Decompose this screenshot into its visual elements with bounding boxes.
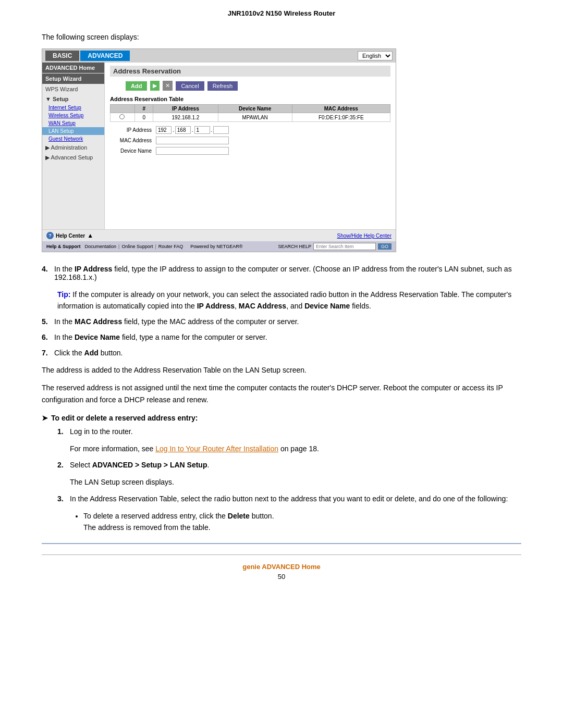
language-select[interactable]: English [358,51,393,60]
log-in-link[interactable]: Log In to Your Router After Installation [155,445,278,453]
ip-octet-3[interactable] [194,126,210,134]
doc-link[interactable]: Documentation [85,244,117,249]
main-content-area: Address Reservation Add ▶ ✕ Cancel Refre… [105,63,396,229]
row-mac: F0:DE:F1:0F:35:FE [292,113,390,122]
step-5-text: In the MAC Address field, type the MAC a… [54,317,299,326]
support-bar: Help & Support Documentation | Online Su… [42,241,396,252]
mac-address-bold-5: MAC Address [75,317,122,326]
bullet-list: To delete a reserved address entry, clic… [83,510,521,534]
tab-advanced[interactable]: ADVANCED [80,51,130,61]
row-radio[interactable] [111,113,135,122]
numbered-list: 1. Log in to the router. For more inform… [57,427,521,534]
device-name-label: Device Name [110,148,152,154]
delete-bold: Delete [228,512,250,520]
sidebar-setup-section[interactable]: ▼ Setup [42,94,104,104]
step-4-text: In the IP Address field, type the IP add… [54,265,521,281]
sidebar-item-guest-network[interactable]: Guest Network [42,135,104,143]
refresh-button[interactable]: Refresh [207,81,238,91]
footer-page-num: 50 [42,573,521,581]
intro-text: The following screen displays: [42,33,521,41]
help-icon: ? [46,232,54,239]
ip-input-group: . . . [156,126,229,134]
action-bar: Add ▶ ✕ Cancel Refresh [110,81,390,91]
powered-by: Powered by NETGEAR® [190,244,242,249]
edit-para-1: For more information, see Log In to Your… [70,443,521,454]
cancel-x-button[interactable]: ✕ [163,81,173,91]
edit-para-2: The LAN Setup screen displays. [70,476,521,488]
ip-address-row: IP Address . . . [110,126,390,134]
step-4: 4. In the IP Address field, type the IP … [42,265,521,281]
sidebar-item-internet-setup[interactable]: Internet Setup [42,104,104,112]
row-ip: 192.168.1.2 [153,113,218,122]
tip-block: Tip: If the computer is already on your … [57,289,521,312]
step-7: 7. Click the Add button. [42,349,521,357]
mac-address-label: MAC Address [110,138,152,143]
step-7-num: 7. [42,349,52,357]
arrow-section: ➤ To edit or delete a reserved address e… [42,414,521,422]
edit-step-2-text: Select ADVANCED > Setup > LAN Setup. [70,461,209,469]
edit-step-2-num: 2. [57,461,68,469]
ip-octet-2[interactable] [175,126,191,134]
page-footer: genie ADVANCED Home 50 [42,554,521,585]
online-support-link[interactable]: Online Support [121,244,153,249]
form-fields: IP Address . . . MAC Address [110,126,390,155]
page-header: JNR1010v2 N150 Wireless Router [0,0,563,22]
help-center-left: ? Help Center ▲ [46,232,93,239]
router-top-bar: BASIC ADVANCED English [42,49,396,63]
go-button[interactable]: GO [378,243,391,250]
mac-address-row: MAC Address [110,137,390,144]
sidebar-item-wan-setup[interactable]: WAN Setup [42,119,104,127]
section-title: Address Reservation [110,66,390,77]
sidebar-item-administration[interactable]: ▶ Administration [42,143,104,153]
search-help-label: SEARCH HELP [278,244,311,249]
col-header-ip: IP Address [153,105,218,113]
support-label: Help & Support [46,244,81,249]
device-name-input[interactable] [156,147,229,155]
add-button[interactable]: Add [126,81,147,91]
sidebar: ADVANCED Home Setup Wizard WPS Wizard ▼ … [42,63,105,229]
sidebar-item-lan-setup[interactable]: LAN Setup [42,127,104,135]
mac-address-input[interactable] [156,137,229,144]
para-2: The reserved address is not assigned unt… [42,382,521,405]
ip-address-label: IP Address [110,127,152,133]
row-num: 0 [135,113,153,122]
arrow-section-label: To edit or delete a reserved address ent… [51,414,198,422]
search-input[interactable] [313,243,376,250]
show-hide-link[interactable]: Show/Hide Help Center [337,233,392,239]
help-bar: ? Help Center ▲ Show/Hide Help Center [42,229,396,241]
ip-octet-1[interactable] [156,126,172,134]
device-name-bold-6: Device Name [75,333,120,341]
bullet-item-delete: To delete a reserved address entry, clic… [83,510,521,534]
arrow-bullet: ➤ To edit or delete a reserved address e… [42,414,521,422]
language-selector[interactable]: English [358,51,393,60]
tab-basic[interactable]: BASIC [45,51,79,61]
edit-step-1-num: 1. [57,427,68,436]
ip-octet-4[interactable] [213,126,229,134]
add-arrow-button[interactable]: ▶ [150,81,160,91]
step-7-text: Click the Add button. [54,349,123,357]
help-expand-icon[interactable]: ▲ [87,232,93,239]
cancel-button[interactable]: Cancel [176,81,204,91]
sidebar-item-wps-wizard[interactable]: WPS Wizard [42,84,104,94]
address-reservation-table: # IP Address Device Name MAC Address 0 1… [110,104,390,122]
edit-step-3: 3. In the Address Reservation Table, sel… [57,495,521,503]
router-faq-link[interactable]: Router FAQ [158,244,183,249]
footer-link[interactable]: genie ADVANCED Home [242,563,321,571]
sidebar-item-wireless-setup[interactable]: Wireless Setup [42,112,104,119]
sidebar-item-setup-wizard[interactable]: Setup Wizard [42,73,104,84]
step-5-num: 5. [42,317,52,326]
sidebar-item-advanced-home[interactable]: ADVANCED Home [42,63,104,73]
device-name-bold-tip: Device Name [304,302,350,310]
router-body: ADVANCED Home Setup Wizard WPS Wizard ▼ … [42,63,396,229]
router-ui: BASIC ADVANCED English ADVANCED Home Set… [42,48,396,252]
step-4-num: 4. [42,265,52,273]
radio-input[interactable] [119,114,125,119]
search-area: SEARCH HELP GO [278,243,391,250]
device-name-row: Device Name [110,147,390,155]
sidebar-item-advanced-setup[interactable]: ▶ Advanced Setup [42,153,104,163]
tip-text: If the computer is already on your netwo… [57,290,511,310]
step-6-num: 6. [42,333,52,341]
add-bold-7: Add [84,349,99,357]
page-title: JNR1010v2 N150 Wireless Router [228,9,336,17]
ip-address-bold-tip: IP Address [197,302,235,310]
